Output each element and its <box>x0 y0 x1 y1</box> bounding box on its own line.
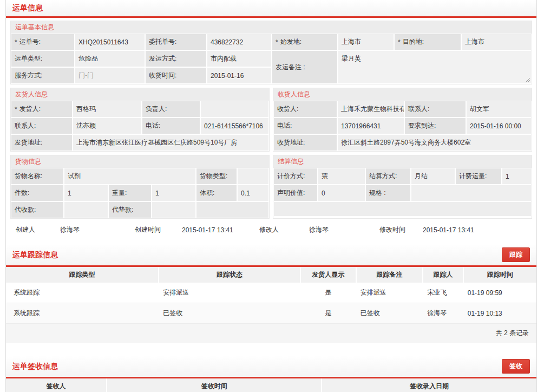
shipper-info-title: 发货人信息 <box>11 88 269 101</box>
destination-label: *目的地: <box>395 34 461 50</box>
pricing-method-label: 计价方式: <box>274 168 317 184</box>
spec-field <box>411 185 531 201</box>
waybill-type-label: 运单类型: <box>11 51 74 67</box>
shipper-consignee-row: 发货人信息 *发货人: 西格玛 负责人: 联系人: 沈亦颖 电话: 021-61… <box>10 88 532 152</box>
cell-track-status: 安排派送 <box>159 283 300 303</box>
consignee-name-field: 上海禾尤蒙生物科技有限 <box>338 101 404 117</box>
declared-value-field: 0 <box>318 185 365 201</box>
ship-remark-textarea[interactable]: 梁月英 <box>338 51 531 83</box>
ship-method-label: 发运方式: <box>146 51 206 67</box>
section-spacer <box>6 343 536 351</box>
cell-track-type: 系统跟踪 <box>6 303 159 324</box>
settlement-info-section: 结算信息 计价方式: 票 结算方式: 月结 计费运量: 1 声明价值: 0 规格… <box>273 155 532 219</box>
created-at-label: 创建时间 <box>135 225 182 234</box>
shipper-address-label: 发货地址: <box>11 135 72 151</box>
cargo-weight-field: 1 <box>152 185 195 201</box>
tracking-section-header: 运单跟踪信息 跟踪 <box>6 244 536 267</box>
resize-handle-icon[interactable] <box>525 77 530 82</box>
tracking-section: 运单跟踪信息 跟踪 跟踪类型 跟踪状态 发货人显示 跟踪备注 跟踪人 跟踪时间 … <box>6 244 536 343</box>
created-at-value: 2015-01-17 13:41 <box>182 226 259 234</box>
cell-track-remark: 已签收 <box>356 303 423 324</box>
destination-field: 上海市 <box>462 34 531 50</box>
cargo-info-section: 货物信息 货物名称: 试剂 货物类型: 件数: 1 重量: 1 体积: 0.1 … <box>10 155 270 219</box>
col-track-time: 跟踪时间 <box>463 267 536 283</box>
origin-label: *始发地: <box>272 34 337 50</box>
consignee-arrival-field: 2015-01-16 00:00 <box>467 118 531 134</box>
col-tracker: 跟踪人 <box>423 267 463 283</box>
col-sign-entry-date: 签收录入日期 <box>322 378 536 392</box>
consignee-arrival-label: 要求到达: <box>405 118 466 134</box>
cell-track-time: 01-19 10:13 <box>463 303 536 324</box>
spec-label: 规格 : <box>366 185 410 201</box>
cell-tracker: 宋业飞 <box>423 283 463 303</box>
service-mode-field: 门-门 <box>75 68 145 83</box>
shipper-info-grid: *发货人: 西格玛 负责人: 联系人: 沈亦颖 电话: 021-61415566… <box>11 101 269 151</box>
cell-track-type: 系统跟踪 <box>6 283 159 303</box>
settlement-method-label: 结算方式: <box>366 168 410 184</box>
declared-value-label: 声明价值: <box>274 185 317 201</box>
cargo-info-title: 货物信息 <box>11 155 269 168</box>
label-text: 发货人: <box>19 104 41 114</box>
shipper-manager-field <box>201 101 268 117</box>
basic-info-section: 运单基本信息 *运单号: XHQ2015011643 委托单号: 4368227… <box>10 21 532 84</box>
modified-at-label: 修改时间 <box>379 225 423 234</box>
pricing-method-field: 票 <box>318 168 365 184</box>
consignee-phone-field: 13701966431 <box>338 118 404 134</box>
ship-method-field: 市内配载 <box>207 51 271 67</box>
shipper-info-section: 发货人信息 *发货人: 西格玛 负责人: 联系人: 沈亦颖 电话: 021-61… <box>10 88 270 152</box>
settlement-empty-area <box>274 202 531 216</box>
label-text: 运单号: <box>19 37 41 47</box>
order-no-field: 436822732 <box>207 34 271 50</box>
waybill-no-label: *运单号: <box>11 34 74 50</box>
signoff-button[interactable]: 签收 <box>502 359 530 374</box>
required-mark: * <box>15 106 17 113</box>
shipper-phone-label: 电话: <box>142 118 200 134</box>
cargo-advance-field <box>152 202 195 218</box>
shipper-manager-label: 负责人: <box>142 101 200 117</box>
cargo-cod-label: 代收款: <box>11 202 63 218</box>
billing-quantity-label: 计费运量: <box>456 168 501 184</box>
track-button[interactable]: 跟踪 <box>502 247 530 262</box>
signoff-section-title: 运单签收信息 <box>12 362 58 371</box>
modified-at-value: 2015-01-17 13:41 <box>423 226 474 234</box>
cargo-cod-field <box>64 202 108 218</box>
modified-by-value: 徐海琴 <box>309 225 379 234</box>
required-mark: * <box>276 38 278 46</box>
waybill-type-field: 危险品 <box>75 51 145 67</box>
table-row: 系统跟踪 已签收 是 已签收 徐海琴 01-19 10:13 <box>6 303 536 324</box>
col-track-status: 跟踪状态 <box>159 267 300 283</box>
col-track-remark: 跟踪备注 <box>356 267 423 283</box>
col-signer: 签收人 <box>6 378 107 392</box>
tracking-record-count: 共 2 条记录 <box>6 324 536 343</box>
shipper-address-field: 上海市浦东新区张江医疗器械园区仁庆路509号10号厂房 <box>73 135 268 151</box>
billing-quantity-field: 1 <box>502 168 531 184</box>
receive-time-label: 收货时间: <box>146 68 206 83</box>
cell-shipper-visible: 是 <box>300 303 356 324</box>
tracking-table-body: 系统跟踪 安排派送 是 安排派送 宋业飞 01-19 09:59 系统跟踪 已签… <box>6 283 536 324</box>
tracking-header-row: 跟踪类型 跟踪状态 发货人显示 跟踪备注 跟踪人 跟踪时间 <box>6 267 536 283</box>
table-row: 系统跟踪 安排派送 是 安排派送 宋业飞 01-19 09:59 <box>6 283 536 303</box>
cargo-info-grid: 货物名称: 试剂 货物类型: 件数: 1 重量: 1 体积: 0.1 代收款: … <box>11 168 269 218</box>
label-text: 始发地: <box>280 37 302 47</box>
consignee-phone-label: 电话: <box>274 118 337 134</box>
service-mode-label: 服务方式: <box>11 68 74 83</box>
consignee-info-section: 收货人信息 收货人: 上海禾尤蒙生物科技有限 联系人: 胡文军 电话: 1370… <box>273 88 532 152</box>
main-section-header: 运单信息 <box>6 0 536 18</box>
required-mark: * <box>15 38 17 46</box>
settlement-info-title: 结算信息 <box>273 155 532 168</box>
cell-track-time: 01-19 09:59 <box>463 283 536 303</box>
basic-info-grid: *运单号: XHQ2015011643 委托单号: 436822732 *始发地… <box>11 34 532 84</box>
created-by-label: 创建人 <box>16 225 60 234</box>
cell-tracker: 徐海琴 <box>423 303 463 324</box>
shipper-contact-field: 沈亦颖 <box>73 118 141 134</box>
cell-track-status: 已签收 <box>159 303 300 324</box>
signoff-header-row: 签收人 签收时间 签收录入日期 <box>6 378 536 392</box>
consignee-address-field: 徐汇区斜土路2897弄50号海文商务大楼602室 <box>338 135 531 151</box>
col-shipper-visible: 发货人显示 <box>300 267 356 283</box>
tracking-section-title: 运单跟踪信息 <box>12 250 58 260</box>
cargo-volume-field: 0.1 <box>238 185 268 201</box>
shipper-name-label: *发货人: <box>11 101 72 117</box>
modified-by-label: 修改人 <box>259 225 309 234</box>
required-mark: * <box>398 38 401 46</box>
order-no-label: 委托单号: <box>146 34 206 50</box>
